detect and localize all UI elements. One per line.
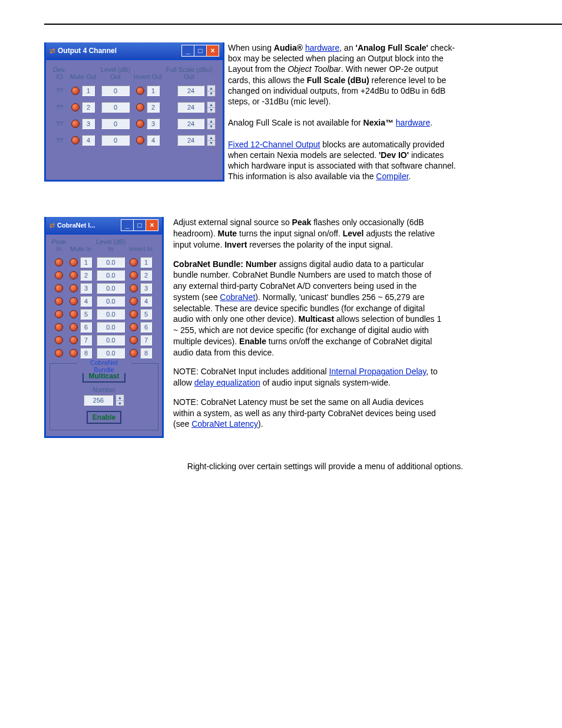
level-field[interactable]: 0.0 (97, 309, 125, 319)
level-field[interactable]: 0.0 (97, 296, 125, 307)
compiler-link[interactable]: Compiler (376, 172, 408, 181)
arrows-icon: ⇄ (49, 47, 55, 55)
invert-led[interactable] (130, 349, 138, 357)
peak-led (55, 271, 63, 279)
invert-led[interactable] (136, 136, 144, 144)
arrows-icon: ⇄ (49, 222, 55, 229)
invert-led[interactable] (130, 336, 138, 344)
invert-led[interactable] (130, 258, 138, 266)
invert-led[interactable] (130, 271, 138, 279)
fixed-output-link[interactable]: Fixed 12-Channel Output (228, 140, 320, 149)
channel-label: 4 (80, 296, 92, 307)
channel-label: 2 (140, 270, 152, 281)
minimize-button[interactable]: _ (121, 219, 134, 231)
level-field[interactable]: 0.0 (97, 335, 125, 345)
channel-label: 3 (82, 118, 95, 129)
level-field[interactable]: 0.0 (97, 257, 125, 268)
fs-spinner[interactable]: ▲▼ (207, 85, 216, 97)
channel-label: 3 (80, 283, 92, 294)
fullscale-field[interactable]: 24 (177, 102, 204, 113)
level-field[interactable]: 0 (101, 85, 130, 96)
mute-led[interactable] (71, 136, 80, 144)
peak-led (55, 284, 63, 292)
cn-row: 50.05 (49, 309, 158, 319)
channel-label: 3 (147, 118, 160, 129)
cn-titlebar[interactable]: ⇄ CobraNet I... _ □ × (46, 217, 162, 235)
level-field[interactable]: 0.0 (97, 322, 125, 332)
fs-spinner[interactable]: ▲▼ (207, 101, 216, 113)
channel-label: 7 (140, 335, 152, 345)
channel-label: 2 (147, 102, 160, 113)
peak-led (55, 310, 63, 318)
cn-row: 70.07 (49, 335, 158, 345)
cobranet-latency-link[interactable]: CobraNet Latency (191, 419, 258, 429)
level-field[interactable]: 0.0 (97, 283, 125, 294)
output-window: ⇄ Output 4 Channel _ □ × Dev. IO Mute Ou… (44, 42, 224, 182)
window-titlebar[interactable]: ⇄ Output 4 Channel _ □ × (46, 42, 223, 60)
close-button[interactable]: × (206, 45, 219, 57)
cobranet-link[interactable]: CobraNet (220, 292, 255, 302)
mute-led[interactable] (70, 349, 78, 357)
fullscale-field[interactable]: 24 (177, 85, 204, 96)
invert-led[interactable] (136, 87, 144, 95)
enable-button[interactable]: Enable (87, 411, 121, 424)
channel-label: 8 (80, 348, 92, 358)
fullscale-field[interactable]: 24 (177, 118, 204, 129)
cn-row: 10.01 (49, 257, 158, 268)
channel-label: 1 (140, 257, 152, 268)
mute-led[interactable] (71, 103, 80, 111)
number-spinner[interactable]: ▲▼ (115, 394, 124, 406)
mute-led[interactable] (70, 271, 78, 279)
level-field[interactable]: 0 (101, 118, 130, 129)
minimize-button[interactable]: _ (181, 45, 194, 57)
close-button[interactable]: × (146, 219, 158, 231)
maximize-button[interactable]: □ (133, 219, 146, 231)
output-row: ??40424▲▼ (51, 134, 218, 146)
cn-description: Adjust external signal source so Peak fl… (173, 217, 444, 438)
invert-led[interactable] (130, 323, 138, 331)
bundle-number-field[interactable]: 256 (84, 395, 113, 406)
cn-row: 20.02 (49, 270, 158, 281)
mute-led[interactable] (70, 336, 78, 344)
hardware-link[interactable]: hardware (305, 43, 339, 52)
channel-label: 1 (80, 257, 92, 268)
channel-label: 6 (80, 322, 92, 332)
channel-label: 8 (140, 348, 152, 358)
dev-io: ?? (56, 104, 63, 111)
invert-led[interactable] (136, 120, 144, 128)
invert-led[interactable] (136, 103, 144, 111)
cn-row: 30.03 (49, 283, 158, 294)
right-click-note: Right-clicking over certain settings wil… (44, 462, 562, 471)
invert-led[interactable] (130, 297, 138, 305)
dev-io: ?? (56, 137, 63, 144)
maximize-button[interactable]: □ (194, 45, 207, 57)
cn-headers: Peak In Mute In Level (dB) In Invert In (49, 238, 158, 252)
mute-led[interactable] (70, 297, 78, 305)
level-field[interactable]: 0.0 (97, 270, 125, 281)
invert-led[interactable] (130, 310, 138, 318)
output-row: ??10124▲▼ (51, 85, 218, 97)
channel-label: 2 (80, 270, 92, 281)
window-title: Output 4 Channel (58, 47, 182, 55)
mute-led[interactable] (71, 87, 80, 95)
mute-led[interactable] (70, 323, 78, 331)
level-field[interactable]: 0 (101, 102, 130, 113)
delay-equalization-link[interactable]: delay equalization (194, 378, 260, 387)
mute-led[interactable] (70, 310, 78, 318)
fullscale-field[interactable]: 24 (177, 135, 204, 146)
fs-spinner[interactable]: ▲▼ (207, 134, 216, 146)
peak-led (55, 336, 63, 344)
channel-label: 1 (82, 85, 95, 96)
hardware-link-2[interactable]: hardware (396, 118, 430, 127)
description-text: When using Audia® hardware, an 'Analog F… (228, 42, 461, 182)
mute-led[interactable] (71, 120, 80, 128)
level-field[interactable]: 0.0 (97, 348, 125, 358)
fs-spinner[interactable]: ▲▼ (207, 118, 216, 130)
invert-led[interactable] (130, 284, 138, 292)
mute-led[interactable] (70, 284, 78, 292)
mute-led[interactable] (70, 258, 78, 266)
level-field[interactable]: 0 (101, 135, 130, 146)
channel-label: 4 (82, 135, 95, 146)
internal-propagation-delay-link[interactable]: Internal Propagation Delay (329, 367, 427, 376)
peak-led (55, 258, 63, 266)
